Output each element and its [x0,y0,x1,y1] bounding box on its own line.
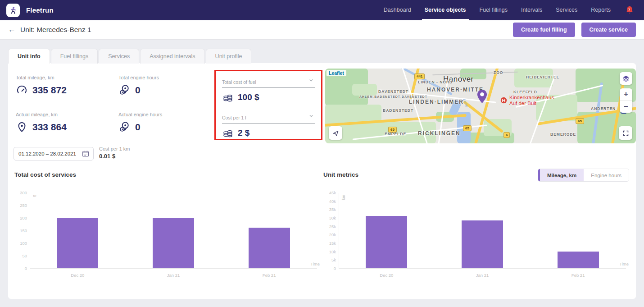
nav-item-service-objects[interactable]: Service objects [425,0,466,20]
notification-count: 7 [628,8,630,12]
map-shape [352,84,377,96]
y-tick-label: 250 [14,203,27,208]
x-tick-label: Dec 20 [366,273,407,278]
y-tick-label: 200 [14,215,27,220]
metric-value: 333 864 [16,121,67,133]
app-logo[interactable] [6,4,20,17]
notifications-button[interactable]: 7 [624,5,635,16]
leaflet-attribution[interactable]: Leaflet [327,70,346,76]
y-tick-label: 30k [323,215,336,220]
runner-icon [9,6,18,15]
toggle-mileage-km[interactable]: Mileage, km [538,169,584,181]
metric-number: 0 [135,85,141,96]
nav-item-reports[interactable]: Reports [591,0,611,20]
nav-item-fuel-fillings[interactable]: Fuel fillings [480,0,508,20]
y-tick-label: 150 [14,228,27,233]
unit-location-map[interactable]: Leaflet Hanover Leine [325,69,636,143]
map-label-ricklingen: RICKLINGEN [418,130,461,137]
page-header: ← Unit: Mercedes-Benz 1 Create fuel fill… [0,20,644,40]
fuel-value: 2 $ [222,127,315,139]
road-badge-65: 65 [388,127,397,133]
tab-unit-profile[interactable]: Unit profile [206,49,252,64]
map-label-davenstedt: DAVENSTEDT [378,89,408,94]
tab-assigned-intervals[interactable]: Assigned intervals [140,49,204,64]
unit-info-card: Total mileage, km335 872Total engine hou… [8,63,636,299]
metric-total-engine-hours: Total engine hours0 [118,75,159,96]
map-label-linden-nord: LINDEN - NORD [418,80,453,84]
nav-item-intervals[interactable]: Intervals [521,0,542,20]
y-tick-label: 35k [323,207,336,212]
tab-services[interactable]: Services [99,49,139,64]
map-label-hanover-mitte: HANOVER-MITTE [427,87,484,93]
cost-per-km-value: 0.01 $ [99,153,130,160]
y-tick-label: 25k [323,224,336,229]
cost-per-km-label: Cost per 1 km [99,146,130,151]
metric-number: 0 [135,122,141,133]
fuel-value: 100 $ [222,92,315,103]
road-badge-6: 6 [503,132,510,138]
metric-actual-engine-hours: Actual engine hours0 [118,112,162,133]
x-tick-label: Jan 21 [153,273,194,278]
map-label-ahlem-badenstedt-davenstedt: AHLEM-BADENSTEDT-DAVENSTEDT [359,95,427,98]
coins-icon [222,127,234,139]
y-tick-label: 20k [323,232,336,237]
fuel-select-cost-per-1-l[interactable]: Cost per 1 l [222,113,315,124]
chevron-down-icon [308,112,315,121]
map-label-kleefeld: KLEEFELD [513,90,537,94]
cost-per-km: Cost per 1 km 0.01 $ [99,146,130,160]
chart-y-axis [30,193,30,269]
metric-label: Total mileage, km [16,75,67,80]
y-axis-unit: $ [32,195,37,197]
chart-bar-feb-21 [249,228,290,268]
calendar-icon [82,150,90,158]
chart-plot: 05k10k15k20k25k30k35k40k45kDec 20Jan 21F… [323,183,629,279]
toggle-engine-hours[interactable]: Engine hours [584,169,629,181]
create-fuel-filling-button[interactable]: Create fuel filling [513,23,575,37]
zoom-in-button[interactable]: + [620,88,632,101]
create-service-button[interactable]: Create service [581,23,636,37]
map-marker-icon [476,89,488,104]
back-arrow-icon[interactable]: ← [8,25,16,34]
metric-label: Actual engine hours [118,112,162,117]
fleetrun-app: Fleetrun DashboardService objectsFuel fi… [0,0,644,307]
engine-hours-icon [118,84,131,96]
y-tick-label: 15k [323,241,336,246]
fuel-select-total-cost-of-fuel[interactable]: Total cost of fuel [222,78,315,88]
nav-menu: DashboardService objectsFuel fillingsInt… [370,0,611,20]
metric-label: Total engine hours [118,75,159,80]
select-label: Cost per 1 l [222,115,246,120]
map-fullscreen-button[interactable] [619,126,632,140]
tab-unit-info[interactable]: Unit info [8,49,50,64]
chart-bar-jan-21 [462,220,503,268]
road-badge-65: 65 [463,125,472,131]
y-tick-label: 10k [323,249,336,254]
x-axis-title: Time [619,261,629,266]
unit-map-marker[interactable] [476,89,488,105]
chart-y-axis [339,193,339,269]
zoom-out-button[interactable]: − [620,101,632,113]
locate-arrow-icon [332,129,340,137]
x-tick-label: Feb 21 [558,273,599,278]
y-tick-label: 40k [323,199,336,204]
layers-icon [622,74,630,82]
chart-x-axis [30,268,317,269]
metric-value: 0 [118,84,159,96]
map-layers-button[interactable] [620,72,632,85]
nav-item-dashboard[interactable]: Dashboard [384,0,411,20]
unit-tabs: Unit infoFuel fillingsServicesAssigned i… [8,49,251,64]
tab-fuel-fillings[interactable]: Fuel fillings [51,49,98,64]
engine-hours-icon [118,121,131,133]
brand-name: Fleetrun [26,6,54,14]
map-locate-button[interactable] [329,126,342,140]
page-title: Unit: Mercedes-Benz 1 [20,26,91,34]
metric-actual-mileage-km: Actual mileage, km333 864 [16,112,67,133]
total-cost-of-services-chart: Total cost of services 05010015020025030… [14,171,320,279]
nav-item-services[interactable]: Services [556,0,577,20]
hospital-poi[interactable]: Kinderkrankenhaus Auf der Bult [500,95,554,106]
location-pin-icon [16,121,28,133]
date-range-input[interactable]: 01.12.2020 – 28.02.2021 [14,147,94,160]
hospital-name: Kinderkrankenhaus Auf der Bult [509,95,554,106]
date-range-value: 01.12.2020 – 28.02.2021 [18,151,82,156]
y-tick-label: 0 [14,266,27,271]
map-label-zoo: ZOO [494,70,503,75]
